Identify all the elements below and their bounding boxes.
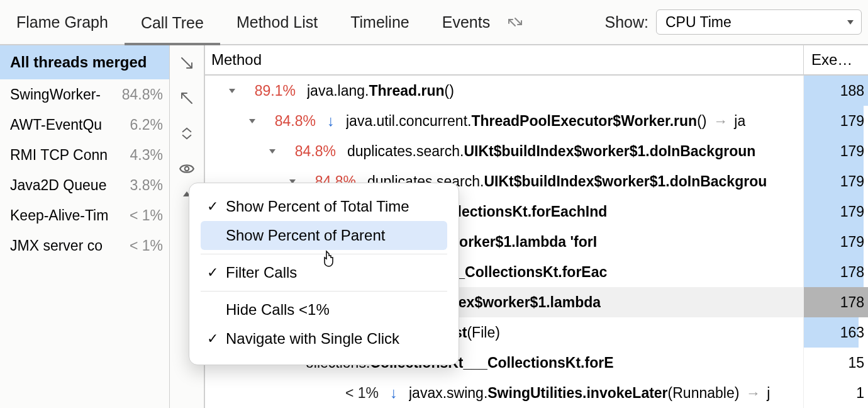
call-tree-row[interactable]: 84.8%↓java.util.concurrent.ThreadPoolExe… [205,106,868,136]
exe-value: 178 [840,264,864,281]
thread-name: AWT-EventQu [10,116,102,133]
exe-value: 188 [840,82,864,99]
thread-row[interactable]: SwingWorker-84.8% [0,79,169,110]
show-metric-value: CPU Time [665,14,732,31]
exe-value: 179 [840,173,864,190]
menu-item-label: Filter Calls [226,264,297,281]
thread-row[interactable]: Java2D Queue3.8% [0,170,169,200]
method-signature: duplicates.search.UIKt$buildIndex$worker… [347,143,755,160]
menu-item-label: Show Percent of Parent [226,227,385,244]
thread-list: All threads mergedSwingWorker-84.8%AWT-E… [0,45,170,408]
method-signature: java.util.concurrent.ThreadPoolExecutor$… [346,113,745,130]
exe-cell: 179 [803,166,868,196]
method-cell: < 1%↓javax.swing.SwingUtilities.invokeLa… [205,384,803,402]
expand-toggle[interactable] [245,114,259,128]
thread-percent: 6.2% [126,116,163,133]
thread-name: Java2D Queue [10,177,106,194]
method-signature: javax.swing.SwingUtilities.invokeLater(R… [409,385,770,402]
exe-cell: 188 [803,76,868,106]
visibility-icon[interactable] [178,160,196,178]
check-icon: ✓ [207,331,226,347]
chevron-down-icon [847,20,854,25]
thread-name: JMX server co [10,237,103,254]
column-header-exe[interactable]: Exe… [803,45,868,74]
thread-percent: 4.3% [126,147,163,164]
expand-toggle[interactable] [265,144,279,158]
method-cell: 89.1%java.lang.Thread.run() [205,82,803,99]
exe-cell: 15 [803,348,868,378]
check-icon: ✓ [207,198,226,215]
recursive-call-icon: ↓ [327,112,335,130]
percent-label: 89.1% [243,82,296,99]
thread-percent: < 1% [126,237,163,254]
svg-point-0 [185,167,189,171]
thread-percent: 84.8% [118,86,163,103]
exe-value: 179 [840,113,864,130]
drill-down-icon[interactable] [178,54,196,72]
menu-item[interactable]: Hide Calls <1% [201,295,447,324]
collapse-icon[interactable] [178,125,196,142]
percent-label: 84.8% [263,113,316,130]
exe-cell: 178 [803,287,868,317]
tab-events[interactable]: Events [426,0,506,45]
menu-item[interactable]: ✓Show Percent of Total Time [201,192,447,221]
call-tree-row[interactable]: 84.8%duplicates.search.UIKt$buildIndex$w… [205,136,868,166]
thread-row[interactable]: JMX server co< 1% [0,230,169,261]
percent-label: 84.8% [283,143,336,160]
thread-name: Keep-Alive-Tim [10,207,108,224]
thread-percent: < 1% [126,207,163,224]
swap-arrows-icon[interactable] [506,13,524,31]
call-tree-row[interactable]: < 1%↓javax.swing.SwingUtilities.invokeLa… [205,378,868,408]
method-signature: java.lang.Thread.run() [307,82,454,99]
menu-item[interactable]: ✓Filter Calls [201,258,447,287]
exe-cell: 178 [803,257,868,287]
check-icon: ✓ [207,264,226,281]
menu-separator [201,291,447,292]
exe-value: 179 [840,143,864,160]
thread-row[interactable]: All threads merged [0,45,169,79]
menu-separator [201,254,447,254]
thread-row[interactable]: Keep-Alive-Tim< 1% [0,200,169,230]
tree-header: Method Exe… [205,45,868,76]
show-metric-dropdown[interactable]: CPU Time [656,9,862,35]
tab-method-list[interactable]: Method List [220,0,334,45]
exe-value: 15 [848,354,864,371]
menu-item[interactable]: Show Percent of Parent [201,221,447,250]
thread-row[interactable]: AWT-EventQu6.2% [0,110,169,140]
thread-percent: 3.8% [126,177,163,194]
thread-name: SwingWorker- [10,86,101,103]
recursive-call-icon: ↓ [390,384,398,402]
column-header-method[interactable]: Method [205,45,803,74]
tab-timeline[interactable]: Timeline [334,0,426,45]
exe-cell: 179 [803,227,868,257]
thread-row[interactable]: RMI TCP Conn4.3% [0,140,169,170]
exe-cell: 1 [803,378,868,408]
view-options-menu: ✓Show Percent of Total TimeShow Percent … [189,183,459,365]
thread-name: All threads merged [10,54,147,71]
exe-value: 179 [840,234,864,251]
exe-cell: 179 [803,106,868,136]
exe-cell: 179 [803,196,868,227]
exe-value: 179 [840,203,864,220]
menu-item[interactable]: ✓Navigate with Single Click [201,324,447,353]
expand-toggle[interactable] [225,84,239,98]
thread-name: RMI TCP Conn [10,147,108,164]
exe-value: 178 [840,294,864,311]
tab-call-tree[interactable]: Call Tree [125,0,220,45]
percent-label: < 1% [326,385,379,402]
exe-value: 1 [856,385,864,402]
menu-item-label: Navigate with Single Click [226,330,399,348]
menu-item-label: Show Percent of Total Time [226,198,409,215]
show-label: Show: [605,13,656,31]
menu-item-label: Hide Calls <1% [226,301,330,319]
tab-flame-graph[interactable]: Flame Graph [0,0,125,45]
method-cell: 84.8%↓java.util.concurrent.ThreadPoolExe… [205,112,803,130]
exe-value: 163 [840,324,864,341]
view-tabs: Flame Graph Call Tree Method List Timeli… [0,0,868,45]
method-cell: 84.8%duplicates.search.UIKt$buildIndex$w… [205,143,803,160]
exe-cell: 179 [803,136,868,166]
exe-cell: 163 [803,317,868,348]
drill-up-icon[interactable] [178,89,196,107]
call-tree-row[interactable]: 89.1%java.lang.Thread.run()188 [205,76,868,106]
